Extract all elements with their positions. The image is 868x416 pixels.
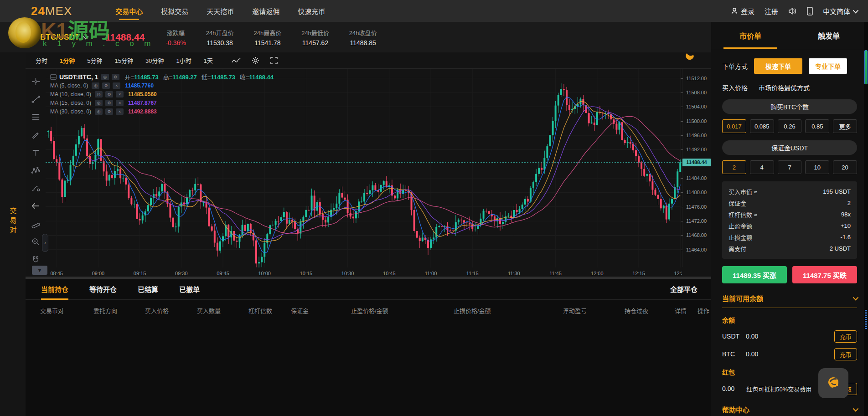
fast-order-button[interactable]: 极速下单 [754, 58, 802, 74]
balance-section-header[interactable]: 当前可用余额 [722, 293, 857, 308]
timeframe-1小时[interactable]: 1小时 [176, 56, 191, 65]
login-link[interactable]: 登录 [731, 6, 754, 16]
ma-remove-icon[interactable]: × [116, 108, 124, 115]
line-chart-icon[interactable] [232, 57, 241, 64]
fullscreen-icon[interactable] [270, 57, 278, 64]
timeframe-1天[interactable]: 1天 [204, 56, 213, 65]
order-tab-0[interactable]: 市价单 [711, 22, 790, 49]
order-panel: 市价单触发单 下单方式 极速下单 专业下单 买入价格 市场价格最优方式 购买BT… [711, 22, 868, 416]
trendline-tool[interactable] [30, 94, 41, 104]
register-link[interactable]: 注册 [765, 6, 778, 16]
ma-remove-icon[interactable]: × [116, 100, 124, 106]
logo[interactable]: 24MEX [31, 4, 72, 18]
table-column-1: 委托方向 [93, 306, 117, 315]
arrow-left-tool[interactable] [30, 201, 41, 211]
theme-toggle[interactable] [684, 50, 695, 63]
ohlc-value: 11488.44 [249, 74, 274, 81]
language-selector[interactable]: 中文简体 [823, 6, 857, 16]
scrollbar-thumb[interactable] [864, 50, 868, 84]
chart-settings-icon[interactable] [252, 56, 259, 64]
timeframe-group: 分时1分钟5分钟15分钟30分钟1小时1天 [36, 56, 213, 65]
timeframe-分时[interactable]: 分时 [36, 56, 47, 65]
fib-tool[interactable] [30, 112, 41, 122]
timeframe-1分钟[interactable]: 1分钟 [60, 56, 75, 65]
margin-header-button[interactable]: 保证金USDT [722, 140, 857, 155]
ma-settings-icon[interactable]: ⚙ [105, 100, 113, 106]
ma-visibility-icon[interactable]: ◎ [95, 91, 103, 98]
margin-option-0[interactable]: 2 [722, 160, 746, 174]
arrow-left-icon [31, 201, 41, 211]
price-stat-4: 24h收盘价11488.85 [349, 28, 377, 46]
legend-settings-icon[interactable]: ⚙ [112, 74, 119, 80]
margin-option-3[interactable]: 10 [805, 160, 829, 174]
pairs-rail-tab[interactable]: 交易对 [8, 207, 18, 236]
ma-settings-icon[interactable]: ⚙ [105, 108, 113, 115]
qty-option-4[interactable]: 更多 [833, 119, 857, 133]
pair-selector[interactable]: BTC/USDT [40, 33, 87, 42]
nav-right: 登录 注册 中文简体 [731, 6, 857, 16]
text-icon [31, 148, 41, 157]
nav-item-3[interactable]: 邀请返佣 [252, 0, 279, 22]
summary-value: 98x [841, 211, 851, 218]
zoom-in-tool[interactable] [30, 236, 41, 247]
ma-visibility-icon[interactable]: ◎ [95, 100, 103, 106]
help-section-header[interactable]: 帮助中心 [722, 405, 857, 416]
nav-item-2[interactable]: 天天挖币 [207, 0, 234, 22]
ma-visibility-icon[interactable]: ◎ [95, 108, 103, 115]
ma-value: 11485.7760 [125, 82, 154, 89]
nav-item-4[interactable]: 快速充币 [298, 0, 325, 22]
ma-settings-icon[interactable]: ⚙ [105, 91, 113, 98]
ma-legend-row-3: MA (30, close, 0)◎⚙×11492.8883 [50, 108, 274, 115]
ma-visibility-icon[interactable]: ◎ [92, 82, 99, 89]
price-tick: 11512.00 [686, 76, 707, 81]
svg-text:12:00: 12:00 [591, 271, 604, 276]
price-axis[interactable]: 11512.0011508.0011504.0011500.0011496.00… [682, 69, 711, 267]
positions-tab-1[interactable]: 等待开仓 [89, 279, 117, 300]
collapse-legend-icon[interactable]: — [50, 74, 57, 80]
candlestick-chart[interactable]: 08:4509:0009:1509:3009:4510:0010:1510:30… [46, 69, 682, 279]
qty-option-1[interactable]: 0.085 [750, 119, 774, 133]
buy-price-row: 买入价格 市场价格最优方式 [722, 83, 857, 92]
qty-option-3[interactable]: 0.85 [805, 119, 829, 133]
ma-remove-icon[interactable]: × [116, 91, 124, 98]
nav-item-0[interactable]: 交易中心 [115, 0, 143, 22]
sound-button[interactable] [788, 7, 797, 15]
pro-order-button[interactable]: 专业下单 [809, 58, 847, 74]
pattern-tool[interactable] [30, 165, 41, 175]
current-price-label: 11488.44 [682, 159, 711, 166]
page-scrollbar[interactable] [864, 22, 868, 416]
brush-tool[interactable] [30, 130, 41, 140]
text-tool[interactable] [30, 148, 41, 158]
order-tab-1[interactable]: 触发单 [790, 22, 868, 49]
deposit-button[interactable]: 充币 [834, 348, 857, 360]
buy-up-button[interactable]: 11489.35 买涨 [722, 266, 787, 283]
forecast-tool[interactable] [30, 183, 41, 193]
customer-service-button[interactable] [818, 368, 848, 398]
timeframe-5分钟[interactable]: 5分钟 [87, 56, 102, 65]
positions-tab-0[interactable]: 当前持仓 [41, 279, 68, 300]
chart-bottom-collapse-button[interactable]: ▼ [32, 266, 47, 275]
magnet-tool[interactable] [30, 254, 41, 264]
buy-down-button[interactable]: 11487.75 买跌 [792, 266, 857, 283]
timeframe-30分钟[interactable]: 30分钟 [145, 56, 164, 65]
close-all-button[interactable]: 全部平仓 [670, 284, 698, 294]
margin-option-2[interactable]: 7 [778, 160, 802, 174]
scrollbar-thumb-secondary[interactable] [865, 310, 867, 330]
ma-remove-icon[interactable]: × [113, 82, 120, 89]
timeframe-15分钟[interactable]: 15分钟 [114, 56, 133, 65]
mobile-app-button[interactable] [807, 7, 813, 15]
crosshair-tool[interactable] [30, 77, 41, 87]
nav-item-1[interactable]: 模拟交易 [161, 0, 188, 22]
qty-header-button[interactable]: 购买BTC个数 [722, 99, 857, 114]
positions-tab-3[interactable]: 已撤单 [179, 279, 200, 300]
legend-visibility-icon[interactable]: ◎ [101, 74, 109, 80]
qty-option-0[interactable]: 0.017 [722, 119, 746, 133]
deposit-button[interactable]: 充币 [834, 330, 857, 343]
positions-tab-2[interactable]: 已结算 [138, 279, 158, 300]
ruler-tool[interactable] [30, 219, 41, 229]
balance-header-label: 当前可用余额 [722, 293, 763, 303]
margin-option-1[interactable]: 4 [750, 160, 774, 174]
margin-option-4[interactable]: 20 [833, 160, 857, 174]
ma-settings-icon[interactable]: ⚙ [102, 82, 110, 89]
qty-option-2[interactable]: 0.26 [778, 119, 802, 133]
